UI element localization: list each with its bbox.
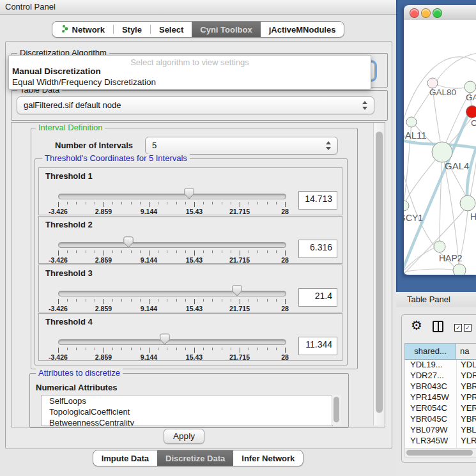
threshold-value-field[interactable]: 21.4 (298, 288, 337, 307)
tick-mark (131, 202, 132, 204)
tab-network[interactable]: Network (52, 22, 113, 37)
network-node-gal4[interactable] (432, 142, 452, 162)
tab-jactivemnodules[interactable]: jActiveMNodules (261, 22, 344, 37)
threshold-value-field[interactable]: 14.713 (298, 191, 337, 210)
close-window-icon[interactable] (410, 8, 419, 18)
network-node-selected[interactable] (466, 106, 476, 118)
table-cell: YBL0 (456, 425, 476, 436)
table-row[interactable]: YBR045C YBR0 (405, 414, 476, 425)
tick-mark (276, 202, 277, 204)
tick-mark (76, 202, 77, 204)
network-node[interactable] (464, 81, 476, 93)
attribute-list-item[interactable]: BetweennessCentrality (42, 417, 332, 426)
threshold-value-field[interactable]: 11.344 (298, 337, 337, 355)
tick-mark (203, 299, 204, 302)
tick-mark (104, 299, 104, 304)
tick-mark (203, 202, 204, 204)
table-row[interactable]: YBL079W YBL0 (405, 425, 476, 436)
network-node[interactable] (453, 264, 466, 275)
slider-track[interactable] (58, 291, 286, 296)
checkbox-icon[interactable]: ✓ (464, 324, 472, 332)
tab-discretize-data[interactable]: Discretize Data (157, 450, 233, 466)
tick-mark (58, 202, 59, 207)
right-region: GAL80 GA C GAL11 GAL4 GCY1 H HAP2 Table … (396, 0, 476, 476)
tab-cyni-toolbox[interactable]: Cyni Toolbox (192, 22, 260, 37)
tick-label: 28 (281, 305, 289, 312)
tab-select[interactable]: Select (151, 22, 192, 37)
slider-ticks (58, 250, 285, 256)
num-intervals-combobox[interactable]: 5 (145, 137, 338, 155)
slider-thumb[interactable] (160, 334, 170, 345)
network-node[interactable] (460, 196, 475, 211)
slider-thumb[interactable] (232, 285, 242, 296)
tick-mark (222, 202, 222, 204)
tick-mark (276, 299, 277, 302)
minimize-window-icon[interactable] (421, 8, 431, 18)
tick-mark (140, 250, 141, 253)
scrollbar-thumb[interactable] (334, 397, 339, 422)
algorithm-dropdown-popup: Select algorithm to view settings Manual… (8, 55, 371, 89)
tab-style[interactable]: Style (114, 22, 150, 37)
tick-mark (185, 299, 186, 302)
tick-mark (257, 299, 258, 302)
slider-thumb[interactable] (123, 236, 134, 248)
slider-ticks (58, 202, 285, 207)
table-row[interactable]: YPR145W YPR1 (405, 392, 476, 403)
slider-track[interactable] (58, 194, 286, 199)
tick-mark (158, 250, 158, 253)
scrollbar-thumb[interactable] (376, 132, 383, 413)
node-table: shared... na YDL19... YDL1 YDR27... YDR2… (404, 343, 476, 449)
network-node[interactable] (434, 241, 445, 252)
gear-icon[interactable]: ⚙ (411, 319, 422, 332)
tick-label: 9.144 (141, 208, 157, 215)
tick-mark (267, 202, 268, 204)
apply-button[interactable]: Apply (164, 429, 204, 444)
threshold-panel: Threshold 4 -3.4262.8599.14415.4321.7152… (38, 313, 342, 361)
tab-impute-data[interactable]: Impute Data (93, 450, 157, 466)
attributes-list-scrollbar[interactable] (332, 395, 341, 425)
slider-track[interactable] (58, 242, 286, 248)
table-data-combobox[interactable]: galFiltered.sif default node (17, 96, 374, 114)
dropdown-option-manual[interactable]: Manual Discretization (12, 66, 101, 76)
tick-mark (121, 348, 122, 350)
network-node[interactable] (427, 78, 438, 88)
scrollbar-thumb[interactable] (406, 450, 473, 456)
slider-track[interactable] (58, 339, 286, 345)
table-row[interactable]: YER054C YER0 (405, 403, 476, 414)
checkbox-icon[interactable]: ✓ (454, 324, 462, 332)
node-label-partial: GA (466, 93, 476, 102)
table-horizontal-scrollbar[interactable] (404, 448, 476, 457)
table-row[interactable]: YLR345W YLR3 (405, 436, 476, 447)
tick-mark (121, 299, 122, 302)
table-row[interactable]: YDL19... YDL1 (405, 360, 476, 371)
table-row[interactable]: YBR043C YBR0 (405, 381, 476, 392)
attribute-list-item[interactable]: TopologicalCoefficient (42, 406, 332, 417)
table-cell: YLR345W (405, 436, 456, 447)
tick-mark (257, 250, 258, 253)
settings-vertical-scrollbar[interactable] (373, 123, 385, 426)
zoom-window-icon[interactable] (433, 8, 442, 18)
network-node[interactable] (404, 201, 409, 211)
tab-label: Network (72, 25, 105, 35)
table-row[interactable]: YDR27... YDR2 (405, 371, 476, 381)
tick-mark (112, 299, 113, 302)
dropdown-option-equal-width[interactable]: Equal Width/Frequency Discretization (12, 77, 156, 87)
column-header-name[interactable]: na (456, 344, 476, 359)
tick-mark (249, 348, 249, 350)
tick-mark (276, 250, 277, 253)
column-header-shared[interactable]: shared... (405, 344, 456, 359)
tick-label: 9.144 (141, 256, 157, 264)
attributes-group-title: Attributes to discretize (36, 369, 123, 377)
tick-mark (285, 250, 286, 256)
threshold-label: Threshold 3 (45, 268, 93, 278)
network-node[interactable] (406, 117, 417, 127)
attribute-list-item[interactable]: SelfLoops (42, 395, 332, 406)
split-columns-icon[interactable] (433, 321, 443, 332)
slider-thumb[interactable] (184, 188, 194, 199)
network-icon (61, 24, 69, 35)
network-canvas[interactable]: GAL80 GA C GAL11 GAL4 GCY1 H HAP2 (404, 20, 476, 275)
tick-label: 2.859 (95, 353, 112, 361)
combobox-spinner-icon (326, 141, 332, 150)
tab-infer-network[interactable]: Infer Network (233, 450, 303, 466)
threshold-value-field[interactable]: 6.316 (298, 240, 337, 258)
